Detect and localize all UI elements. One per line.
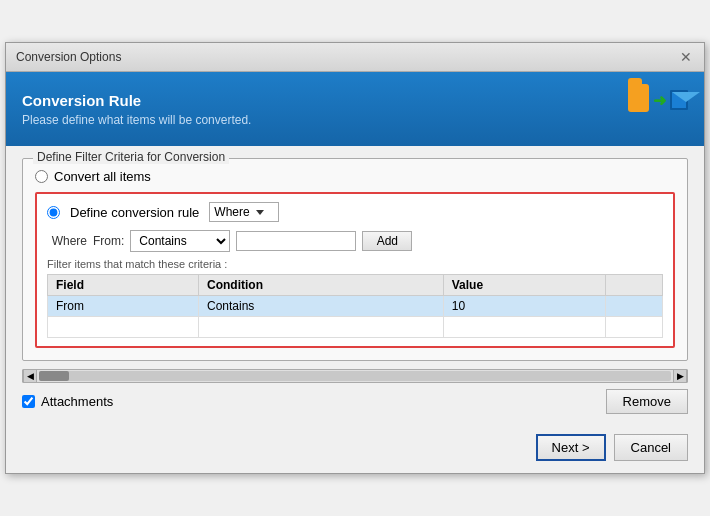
envelope-icon <box>670 90 688 110</box>
define-rule-radio[interactable] <box>47 206 60 219</box>
col-value: Value <box>443 275 605 296</box>
convert-all-label: Convert all items <box>54 169 151 184</box>
scrollbar-track[interactable] <box>39 371 671 381</box>
conversion-rule-box: Define conversion rule Where Where From:… <box>35 192 675 348</box>
header-banner: Conversion Rule Please define what items… <box>6 72 704 146</box>
convert-all-row: Convert all items <box>35 169 675 184</box>
footer-buttons: Next > Cancel <box>6 426 704 473</box>
criteria-table: Field Condition Value From Contains 10 <box>47 274 663 338</box>
filter-from-label: From: <box>93 234 124 248</box>
value-input[interactable] <box>236 231 356 251</box>
cell-extra <box>605 296 662 317</box>
header-subtitle: Please define what items will be convert… <box>22 113 251 127</box>
table-row-empty-1 <box>48 317 663 338</box>
cell-value: 10 <box>443 296 605 317</box>
col-field: Field <box>48 275 199 296</box>
attachments-label: Attachments <box>41 394 113 409</box>
title-bar: Conversion Options ✕ <box>6 43 704 72</box>
scroll-right-button[interactable]: ▶ <box>673 369 687 383</box>
attachments-row: Attachments <box>22 394 113 409</box>
col-condition: Condition <box>198 275 443 296</box>
col-extra <box>605 275 662 296</box>
bottom-row: Attachments Remove <box>22 389 688 414</box>
where-dropdown-label: Where <box>214 205 249 219</box>
add-button[interactable]: Add <box>362 231 412 251</box>
cell-condition: Contains <box>198 296 443 317</box>
table-row[interactable]: From Contains 10 <box>48 296 663 317</box>
header-icon: ➜ <box>628 84 688 134</box>
header-text-block: Conversion Rule Please define what items… <box>22 92 251 127</box>
attachments-checkbox[interactable] <box>22 395 35 408</box>
filter-hint: Filter items that match these criteria : <box>47 258 663 270</box>
convert-all-radio[interactable] <box>35 170 48 183</box>
folder-icon <box>628 84 649 112</box>
cancel-button[interactable]: Cancel <box>614 434 688 461</box>
content-area: Define Filter Criteria for Conversion Co… <box>6 146 704 426</box>
where-dropdown[interactable]: Where <box>209 202 279 222</box>
condition-select[interactable]: Contains Equals Starts with Ends with <box>130 230 230 252</box>
filter-where-label: Where <box>47 234 87 248</box>
define-rule-label: Define conversion rule <box>70 205 199 220</box>
close-button[interactable]: ✕ <box>678 49 694 65</box>
next-button[interactable]: Next > <box>536 434 606 461</box>
window-title: Conversion Options <box>16 50 121 64</box>
arrow-right-icon: ➜ <box>653 91 666 110</box>
group-box-label: Define Filter Criteria for Conversion <box>33 150 229 164</box>
rule-header-row: Define conversion rule Where <box>47 202 663 222</box>
main-window: Conversion Options ✕ Conversion Rule Ple… <box>5 42 705 474</box>
filter-condition-row: Where From: Contains Equals Starts with … <box>47 230 663 252</box>
scrollbar-thumb[interactable] <box>39 371 69 381</box>
horizontal-scrollbar[interactable]: ◀ ▶ <box>22 369 688 383</box>
header-title: Conversion Rule <box>22 92 251 109</box>
where-dropdown-arrow <box>256 210 264 215</box>
cell-field: From <box>48 296 199 317</box>
scroll-left-button[interactable]: ◀ <box>23 369 37 383</box>
remove-button[interactable]: Remove <box>606 389 688 414</box>
filter-criteria-group: Define Filter Criteria for Conversion Co… <box>22 158 688 361</box>
